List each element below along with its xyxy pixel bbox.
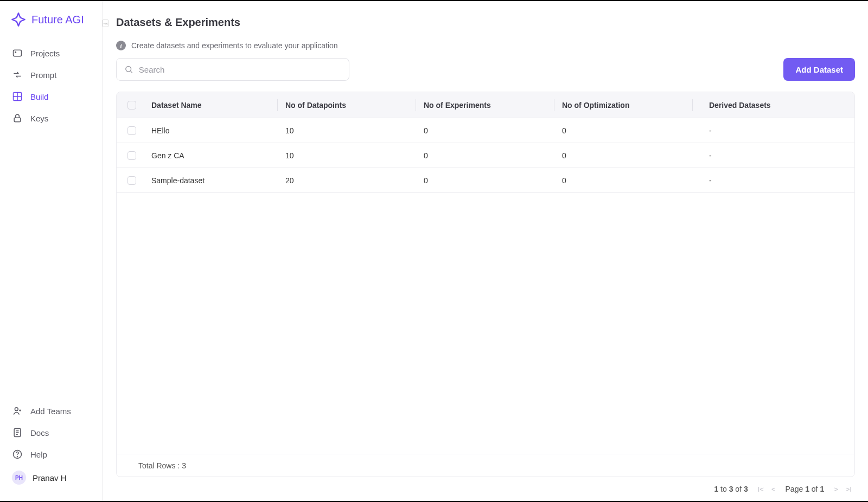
sidebar-item-projects[interactable]: Projects bbox=[0, 42, 103, 64]
search-field[interactable] bbox=[116, 58, 349, 81]
add-dataset-button[interactable]: Add Dataset bbox=[783, 58, 855, 81]
page-title: Datasets & Experiments bbox=[116, 16, 855, 29]
select-all-checkbox[interactable] bbox=[127, 101, 136, 110]
sidebar-item-prompt[interactable]: Prompt bbox=[0, 64, 103, 86]
table-header-row: Dataset Name No of Datapoints No of Expe… bbox=[117, 92, 854, 118]
svg-point-7 bbox=[17, 456, 18, 457]
search-icon bbox=[124, 65, 133, 74]
cell-datapoints: 10 bbox=[285, 151, 416, 160]
table-row[interactable]: HEllo 10 0 0 - bbox=[117, 118, 854, 143]
total-rows-label: Total Rows : 3 bbox=[138, 461, 186, 470]
sidebar-item-docs[interactable]: Docs bbox=[0, 422, 103, 443]
cell-experiments: 0 bbox=[424, 126, 554, 135]
cell-name: Gen z CA bbox=[147, 151, 277, 160]
row-checkbox[interactable] bbox=[127, 126, 136, 135]
cell-optimization: 0 bbox=[562, 176, 692, 185]
col-header-datapoints[interactable]: No of Datapoints bbox=[285, 101, 416, 110]
cell-derived: - bbox=[700, 126, 854, 135]
user-name: Pranav H bbox=[33, 473, 67, 482]
page-first-button[interactable]: I< bbox=[758, 485, 764, 493]
sidebar-item-label: Docs bbox=[30, 428, 49, 437]
cell-derived: - bbox=[700, 151, 854, 160]
table-body: HEllo 10 0 0 - Gen z CA 10 0 bbox=[117, 118, 854, 454]
folder-icon bbox=[12, 48, 23, 59]
cell-datapoints: 20 bbox=[285, 176, 416, 185]
cell-experiments: 0 bbox=[424, 151, 554, 160]
sidebar-item-keys[interactable]: Keys bbox=[0, 107, 103, 129]
sidebar-item-label: Help bbox=[30, 450, 47, 459]
cell-derived: - bbox=[700, 176, 854, 185]
cell-optimization: 0 bbox=[562, 151, 692, 160]
pagination-bar: 1 to 3 of 3 I< < Page 1 of 1 > >I bbox=[103, 477, 868, 501]
svg-rect-0 bbox=[14, 50, 22, 56]
sidebar: Future AGI Projects Prompt Build Keys bbox=[0, 1, 103, 501]
col-header-derived[interactable]: Derived Datasets bbox=[700, 101, 854, 110]
cell-experiments: 0 bbox=[424, 176, 554, 185]
brand-logo[interactable]: Future AGI bbox=[0, 12, 103, 42]
secondary-nav: Add Teams Docs Help PH Pranav H bbox=[0, 400, 103, 490]
prompt-icon bbox=[12, 69, 23, 80]
svg-point-1 bbox=[15, 52, 16, 53]
cell-name: Sample-dataset bbox=[147, 176, 277, 185]
svg-point-8 bbox=[126, 66, 131, 72]
search-input[interactable] bbox=[139, 65, 341, 74]
page-next-button[interactable]: > bbox=[834, 485, 838, 493]
table-row[interactable]: Gen z CA 10 0 0 - bbox=[117, 143, 854, 168]
svg-point-4 bbox=[15, 408, 18, 411]
brand-sparkle-icon bbox=[11, 12, 26, 27]
avatar: PH bbox=[12, 471, 26, 485]
sidebar-item-help[interactable]: Help bbox=[0, 443, 103, 465]
info-icon: i bbox=[116, 41, 126, 50]
grid-icon bbox=[12, 91, 23, 102]
page-description: Create datasets and experiments to evalu… bbox=[131, 41, 338, 50]
col-header-optimization[interactable]: No of Optimization bbox=[562, 101, 692, 110]
col-header-name[interactable]: Dataset Name bbox=[147, 101, 277, 110]
sidebar-item-label: Keys bbox=[30, 114, 48, 123]
user-plus-icon bbox=[12, 406, 23, 416]
table-row[interactable]: Sample-dataset 20 0 0 - bbox=[117, 168, 854, 193]
pagination-range: 1 to 3 of 3 bbox=[714, 485, 748, 493]
datasets-table: Dataset Name No of Datapoints No of Expe… bbox=[116, 92, 855, 477]
sidebar-collapse-toggle[interactable]: ⇥ bbox=[102, 20, 108, 27]
sidebar-item-add-teams[interactable]: Add Teams bbox=[0, 400, 103, 422]
main-nav: Projects Prompt Build Keys bbox=[0, 42, 103, 129]
row-checkbox[interactable] bbox=[127, 151, 136, 160]
help-icon bbox=[12, 449, 23, 460]
cell-datapoints: 10 bbox=[285, 126, 416, 135]
sidebar-item-label: Build bbox=[30, 92, 48, 101]
row-checkbox[interactable] bbox=[127, 176, 136, 185]
page-last-button[interactable]: >I bbox=[846, 485, 852, 493]
col-header-experiments[interactable]: No of Experiments bbox=[424, 101, 554, 110]
user-profile[interactable]: PH Pranav H bbox=[0, 465, 103, 490]
sidebar-item-build[interactable]: Build bbox=[0, 86, 103, 107]
main-content: ⇥ Datasets & Experiments i Create datase… bbox=[103, 1, 868, 501]
sidebar-item-label: Add Teams bbox=[30, 407, 71, 416]
cell-name: HEllo bbox=[147, 126, 277, 135]
sidebar-item-label: Projects bbox=[30, 49, 60, 58]
page-description-row: i Create datasets and experiments to eva… bbox=[103, 33, 868, 58]
cell-optimization: 0 bbox=[562, 126, 692, 135]
svg-rect-3 bbox=[14, 118, 21, 122]
lock-icon bbox=[12, 113, 23, 124]
document-icon bbox=[12, 427, 23, 438]
brand-name: Future AGI bbox=[31, 14, 84, 26]
page-prev-button[interactable]: < bbox=[771, 485, 776, 493]
sidebar-item-label: Prompt bbox=[30, 70, 56, 80]
pagination-page: Page 1 of 1 bbox=[786, 485, 825, 493]
